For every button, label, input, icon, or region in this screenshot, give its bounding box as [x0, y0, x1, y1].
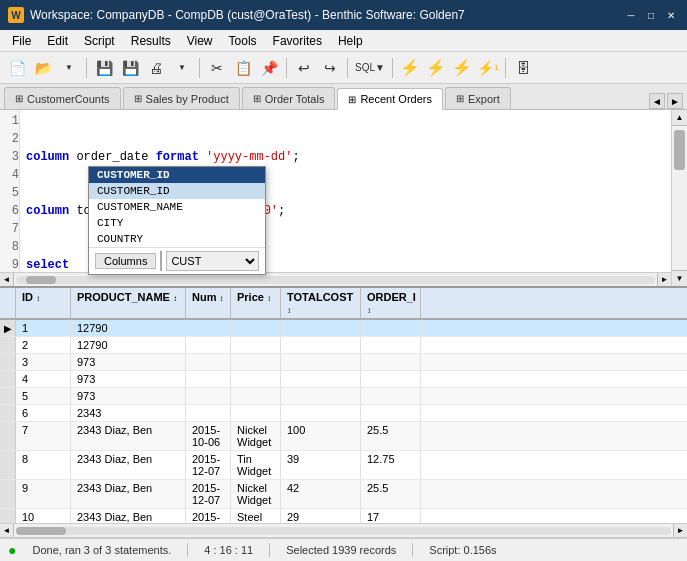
cell-id: 2 [16, 337, 71, 353]
cell-totalcost [281, 354, 361, 370]
row-indicator [0, 509, 16, 523]
menu-tools[interactable]: Tools [221, 32, 265, 50]
maximize-button[interactable]: □ [643, 7, 659, 23]
separator-1 [86, 58, 87, 78]
cell-price: Steel Widget [231, 509, 281, 523]
open-button[interactable]: 📂 [30, 55, 56, 81]
status-bar: ● Done, ran 3 of 3 statements. 4 : 16 : … [0, 537, 687, 561]
save-all-button[interactable]: 💾 [117, 55, 143, 81]
print-button[interactable]: 🖨 [143, 55, 169, 81]
cut-button[interactable]: ✂ [204, 55, 230, 81]
redo-button[interactable]: ↪ [317, 55, 343, 81]
row-indicator [0, 388, 16, 404]
autocomplete-item-4[interactable]: COUNTRY [89, 231, 265, 247]
grid-header-num[interactable]: Num ↕ [186, 288, 231, 318]
vscroll-down[interactable]: ▼ [672, 270, 687, 286]
table-row[interactable]: 3 973 [0, 354, 687, 371]
close-button[interactable]: ✕ [663, 7, 679, 23]
cell-id: 8 [16, 451, 71, 479]
cell-price: Nickel Widget [231, 422, 281, 450]
cell-product: 973 [71, 354, 186, 370]
cell-product: 12790 [71, 337, 186, 353]
cell-id: 4 [16, 371, 71, 387]
grid-header-price[interactable]: Price ↕ [231, 288, 281, 318]
separator-4 [347, 58, 348, 78]
vscroll-up[interactable]: ▲ [672, 110, 687, 126]
table-row[interactable]: 7 2343 Diaz, Ben 2015-10-06 Nickel Widge… [0, 422, 687, 451]
cell-product: 2343 [71, 405, 186, 421]
table-row[interactable]: 8 2343 Diaz, Ben 2015-12-07 Tin Widget 3… [0, 451, 687, 480]
menu-edit[interactable]: Edit [39, 32, 76, 50]
open-dropdown[interactable]: ▼ [56, 55, 82, 81]
cell-totalcost [281, 388, 361, 404]
grid-hscroll-thumb[interactable] [16, 527, 66, 535]
undo-button[interactable]: ↩ [291, 55, 317, 81]
print-dropdown[interactable]: ▼ [169, 55, 195, 81]
sql-button[interactable]: SQL▼ [352, 55, 388, 81]
table-row[interactable]: ▶ 1 12790 [0, 320, 687, 337]
cell-order [361, 388, 421, 404]
table-row[interactable]: 6 2343 [0, 405, 687, 422]
menu-script[interactable]: Script [76, 32, 123, 50]
tabs-scroll-right[interactable]: ► [667, 93, 683, 109]
menu-favorites[interactable]: Favorites [265, 32, 330, 50]
grid-hscroll-left[interactable]: ◄ [0, 524, 14, 538]
tab-export[interactable]: ⊞ Export [445, 87, 511, 109]
tab-recent-orders[interactable]: ⊞ Recent Orders [337, 88, 443, 110]
separator-3 [286, 58, 287, 78]
new-button[interactable]: 📄 [4, 55, 30, 81]
paste-button[interactable]: 📌 [256, 55, 282, 81]
grid-header-totalcost[interactable]: TOTALCOST ↕ [281, 288, 361, 318]
vscroll-thumb[interactable] [674, 130, 685, 170]
menu-view[interactable]: View [179, 32, 221, 50]
grid-hscroll: ◄ ► [0, 523, 687, 537]
grid-header-order[interactable]: ORDER_I ↕ [361, 288, 421, 318]
status-position: 4 : 16 : 11 [204, 544, 253, 556]
table-row[interactable]: 9 2343 Diaz, Ben 2015-12-07 Nickel Widge… [0, 480, 687, 509]
table-row[interactable]: 5 973 [0, 388, 687, 405]
tabs-bar: ⊞ CustomerCounts ⊞ Sales by Product ⊞ Or… [0, 84, 687, 110]
columns-button[interactable]: Columns [95, 253, 156, 269]
tabs-scroll-left[interactable]: ◄ [649, 93, 665, 109]
run2-button[interactable]: ⚡ [423, 55, 449, 81]
save-button[interactable]: 💾 [91, 55, 117, 81]
copy-button[interactable]: 📋 [230, 55, 256, 81]
menu-file[interactable]: File [4, 32, 39, 50]
cell-price [231, 371, 281, 387]
run-button[interactable]: ⚡ [397, 55, 423, 81]
menu-bar: File Edit Script Results View Tools Favo… [0, 30, 687, 52]
menu-help[interactable]: Help [330, 32, 371, 50]
cell-num [186, 320, 231, 336]
db-button[interactable]: 🗄 [510, 55, 536, 81]
grid-header-id[interactable]: ID ↕ [16, 288, 71, 318]
row-indicator [0, 354, 16, 370]
minimize-button[interactable]: ─ [623, 7, 639, 23]
cell-id: 10 [16, 509, 71, 523]
autocomplete-item-1[interactable]: CUSTOMER_ID [89, 183, 265, 199]
grid-hscroll-right[interactable]: ► [673, 524, 687, 538]
tab-order-totals[interactable]: ⊞ Order Totals [242, 87, 336, 109]
cell-order [361, 354, 421, 370]
hscroll-left[interactable]: ◄ [0, 273, 14, 287]
run4-button[interactable]: ⚡1 [475, 55, 501, 81]
table-select[interactable]: CUST CUSTOMERS [166, 251, 259, 271]
menu-results[interactable]: Results [123, 32, 179, 50]
grid-hscroll-track [16, 527, 671, 535]
tab-label-customercounts: CustomerCounts [27, 93, 110, 105]
cell-totalcost [281, 371, 361, 387]
autocomplete-item-2[interactable]: CUSTOMER_NAME [89, 199, 265, 215]
tab-sales-by-product[interactable]: ⊞ Sales by Product [123, 87, 240, 109]
autocomplete-item-3[interactable]: CITY [89, 215, 265, 231]
run3-button[interactable]: ⚡ [449, 55, 475, 81]
cell-id: 3 [16, 354, 71, 370]
cell-price: Tin Widget [231, 451, 281, 479]
app-icon: W [8, 7, 24, 23]
table-row[interactable]: 4 973 [0, 371, 687, 388]
grid-header-product[interactable]: PRODUCT_NAME ↕ [71, 288, 186, 318]
hscroll-right[interactable]: ► [657, 273, 671, 287]
tab-label-recent-orders: Recent Orders [360, 93, 432, 105]
hscroll-thumb[interactable] [26, 276, 56, 284]
table-row[interactable]: 10 2343 Diaz, Ben 2015-12-07 Steel Widge… [0, 509, 687, 523]
tab-customercounts[interactable]: ⊞ CustomerCounts [4, 87, 121, 109]
table-row[interactable]: 2 12790 [0, 337, 687, 354]
